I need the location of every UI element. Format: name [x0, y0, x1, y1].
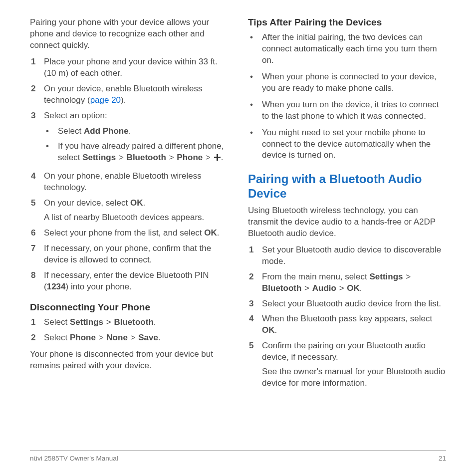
audio-step-1: 1 Set your Bluetooth audio device to dis… — [248, 244, 446, 267]
audio-heading: Pairing with a Bluetooth Audio Device — [248, 172, 446, 201]
list-item: • When your phone is connected to your d… — [248, 71, 446, 94]
step-text: On your phone, enable Bluetooth wireless… — [44, 171, 228, 194]
footer-title: nüvi 2585TV Owner's Manual — [30, 455, 118, 462]
bullet-icon: • — [248, 71, 262, 94]
step-number: 2 — [30, 332, 44, 344]
step-number: 4 — [248, 313, 262, 336]
add-phone-label: Add Phone — [84, 126, 129, 136]
audio-step-5: 5 Confirm the pairing on your Bluetooth … — [248, 340, 446, 389]
step-number: 1 — [30, 317, 44, 328]
step-number: 3 — [248, 298, 262, 310]
list-item: • You might need to set your mobile phon… — [248, 127, 446, 162]
list-item: • After the initial pairing, the two dev… — [248, 32, 446, 66]
sub-options: • Select Add Phone. • If you have alread… — [44, 126, 228, 164]
bullet-icon: • — [248, 99, 262, 122]
step-7: 7 If necessary, on your phone, confirm t… — [30, 243, 228, 266]
pairing-intro: Pairing your phone with your device allo… — [30, 17, 228, 51]
disconnect-step-1: 1 Select Settings > Bluetooth. — [30, 317, 228, 328]
audio-step-3: 3 Select your Bluetooth audio device fro… — [248, 298, 446, 310]
step-text: On your device, select OK. A list of nea… — [44, 198, 228, 224]
bullet-icon: • — [44, 141, 58, 164]
list-item: • Select Add Phone. — [44, 126, 228, 137]
step-number: 7 — [30, 243, 44, 266]
step-number: 2 — [248, 271, 262, 294]
bullet-icon: • — [248, 127, 262, 162]
step-number: 2 — [30, 83, 44, 106]
page-number: 21 — [439, 455, 446, 462]
step-6: 6 Select your phone from the list, and s… — [30, 228, 228, 239]
step-number: 1 — [248, 244, 262, 267]
plus-icon — [214, 154, 221, 161]
disconnect-heading: Disconnecting Your Phone — [30, 302, 228, 313]
step-text: Place your phone and your device within … — [44, 56, 228, 79]
page-link[interactable]: page 20 — [90, 95, 121, 105]
audio-step-2: 2 From the main menu, select Settings > … — [248, 271, 446, 294]
page-footer: nüvi 2585TV Owner's Manual 21 — [30, 450, 446, 462]
bullet-icon: • — [248, 32, 262, 66]
audio-intro: Using Bluetooth wireless technology, you… — [248, 205, 446, 239]
audio-step-4: 4 When the Bluetooth pass key appears, s… — [248, 313, 446, 336]
step-2: 2 On your device, enable Bluetooth wirel… — [30, 83, 228, 106]
tips-list: • After the initial pairing, the two dev… — [248, 32, 446, 161]
left-column: Pairing your phone with your device allo… — [30, 17, 228, 436]
step-number: 6 — [30, 228, 44, 239]
step-text: On your device, enable Bluetooth wireles… — [44, 83, 228, 106]
list-item: • If you have already paired a different… — [44, 141, 228, 164]
disconnect-step-2: 2 Select Phone > None > Save. — [30, 332, 228, 344]
bullet-icon: • — [44, 126, 58, 137]
step-number: 4 — [30, 171, 44, 194]
step-text: If necessary, on your phone, confirm tha… — [44, 243, 228, 266]
step-number: 3 — [30, 110, 44, 167]
step-number: 8 — [30, 270, 44, 293]
step-number: 1 — [30, 56, 44, 79]
step-number: 5 — [30, 198, 44, 224]
step-1: 1 Place your phone and your device withi… — [30, 56, 228, 79]
step-4: 4 On your phone, enable Bluetooth wirele… — [30, 171, 228, 194]
step-text: Select an option: • Select Add Phone. • … — [44, 110, 228, 167]
step-text: Select your phone from the list, and sel… — [44, 228, 228, 239]
step-8: 8 If necessary, enter the device Bluetoo… — [30, 270, 228, 293]
tips-heading: Tips After Pairing the Devices — [248, 17, 446, 28]
list-item: • When you turn on the device, it tries … — [248, 99, 446, 122]
svg-rect-1 — [214, 157, 221, 158]
two-column-layout: Pairing your phone with your device allo… — [30, 17, 446, 436]
right-column: Tips After Pairing the Devices • After t… — [248, 17, 446, 436]
step-text: If necessary, enter the device Bluetooth… — [44, 270, 228, 293]
step-5: 5 On your device, select OK. A list of n… — [30, 198, 228, 224]
step-3: 3 Select an option: • Select Add Phone. … — [30, 110, 228, 167]
disconnect-after: Your phone is disconnected from your dev… — [30, 349, 228, 372]
step-number: 5 — [248, 340, 262, 389]
